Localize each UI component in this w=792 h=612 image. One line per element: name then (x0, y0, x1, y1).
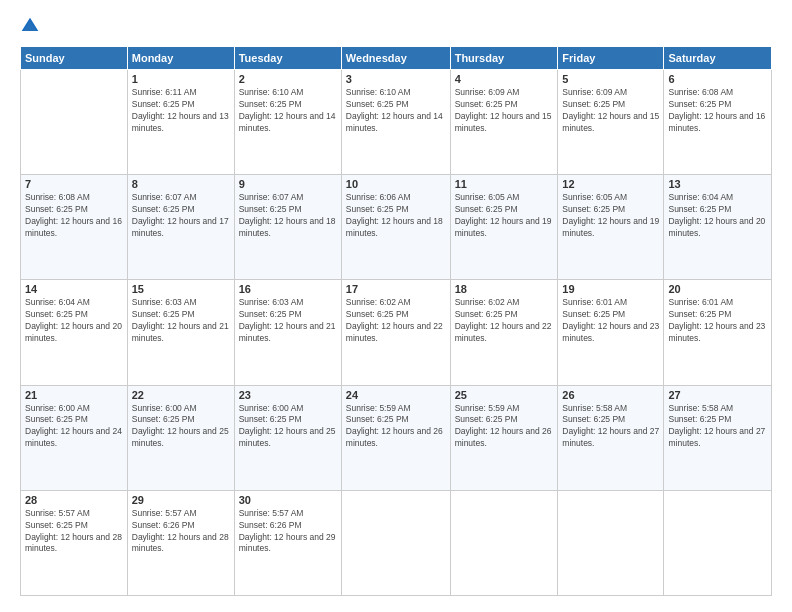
day-number: 3 (346, 73, 446, 85)
calendar-cell: 12Sunrise: 6:05 AM Sunset: 6:25 PM Dayli… (558, 175, 664, 280)
cell-content: Sunrise: 6:07 AM Sunset: 6:25 PM Dayligh… (239, 192, 337, 240)
day-number: 18 (455, 283, 554, 295)
calendar-cell: 9Sunrise: 6:07 AM Sunset: 6:25 PM Daylig… (234, 175, 341, 280)
weekday-tuesday: Tuesday (234, 47, 341, 70)
calendar-cell: 22Sunrise: 6:00 AM Sunset: 6:25 PM Dayli… (127, 385, 234, 490)
calendar-cell: 30Sunrise: 5:57 AM Sunset: 6:26 PM Dayli… (234, 490, 341, 595)
calendar-cell: 11Sunrise: 6:05 AM Sunset: 6:25 PM Dayli… (450, 175, 558, 280)
calendar-cell: 6Sunrise: 6:08 AM Sunset: 6:25 PM Daylig… (664, 70, 772, 175)
cell-content: Sunrise: 5:59 AM Sunset: 6:25 PM Dayligh… (455, 403, 554, 451)
day-number: 17 (346, 283, 446, 295)
calendar-cell: 5Sunrise: 6:09 AM Sunset: 6:25 PM Daylig… (558, 70, 664, 175)
cell-content: Sunrise: 5:57 AM Sunset: 6:25 PM Dayligh… (25, 508, 123, 556)
calendar-cell: 8Sunrise: 6:07 AM Sunset: 6:25 PM Daylig… (127, 175, 234, 280)
day-number: 29 (132, 494, 230, 506)
day-number: 7 (25, 178, 123, 190)
day-number: 11 (455, 178, 554, 190)
cell-content: Sunrise: 6:06 AM Sunset: 6:25 PM Dayligh… (346, 192, 446, 240)
calendar-cell: 13Sunrise: 6:04 AM Sunset: 6:25 PM Dayli… (664, 175, 772, 280)
calendar-cell: 15Sunrise: 6:03 AM Sunset: 6:25 PM Dayli… (127, 280, 234, 385)
calendar-cell: 18Sunrise: 6:02 AM Sunset: 6:25 PM Dayli… (450, 280, 558, 385)
calendar-cell (341, 490, 450, 595)
day-number: 26 (562, 389, 659, 401)
cell-content: Sunrise: 6:03 AM Sunset: 6:25 PM Dayligh… (132, 297, 230, 345)
calendar-cell: 3Sunrise: 6:10 AM Sunset: 6:25 PM Daylig… (341, 70, 450, 175)
calendar-cell: 25Sunrise: 5:59 AM Sunset: 6:25 PM Dayli… (450, 385, 558, 490)
day-number: 2 (239, 73, 337, 85)
logo (20, 16, 44, 36)
cell-content: Sunrise: 6:02 AM Sunset: 6:25 PM Dayligh… (346, 297, 446, 345)
header (20, 16, 772, 36)
cell-content: Sunrise: 6:00 AM Sunset: 6:25 PM Dayligh… (132, 403, 230, 451)
day-number: 15 (132, 283, 230, 295)
week-row-2: 14Sunrise: 6:04 AM Sunset: 6:25 PM Dayli… (21, 280, 772, 385)
day-number: 14 (25, 283, 123, 295)
weekday-saturday: Saturday (664, 47, 772, 70)
calendar-cell: 16Sunrise: 6:03 AM Sunset: 6:25 PM Dayli… (234, 280, 341, 385)
cell-content: Sunrise: 6:00 AM Sunset: 6:25 PM Dayligh… (25, 403, 123, 451)
calendar-cell: 29Sunrise: 5:57 AM Sunset: 6:26 PM Dayli… (127, 490, 234, 595)
day-number: 12 (562, 178, 659, 190)
day-number: 30 (239, 494, 337, 506)
day-number: 22 (132, 389, 230, 401)
page: SundayMondayTuesdayWednesdayThursdayFrid… (0, 0, 792, 612)
day-number: 23 (239, 389, 337, 401)
calendar-table: SundayMondayTuesdayWednesdayThursdayFrid… (20, 46, 772, 596)
calendar-cell: 4Sunrise: 6:09 AM Sunset: 6:25 PM Daylig… (450, 70, 558, 175)
week-row-1: 7Sunrise: 6:08 AM Sunset: 6:25 PM Daylig… (21, 175, 772, 280)
day-number: 16 (239, 283, 337, 295)
week-row-3: 21Sunrise: 6:00 AM Sunset: 6:25 PM Dayli… (21, 385, 772, 490)
cell-content: Sunrise: 6:11 AM Sunset: 6:25 PM Dayligh… (132, 87, 230, 135)
calendar-cell: 1Sunrise: 6:11 AM Sunset: 6:25 PM Daylig… (127, 70, 234, 175)
cell-content: Sunrise: 6:01 AM Sunset: 6:25 PM Dayligh… (668, 297, 767, 345)
logo-icon (20, 16, 40, 36)
weekday-friday: Friday (558, 47, 664, 70)
cell-content: Sunrise: 5:59 AM Sunset: 6:25 PM Dayligh… (346, 403, 446, 451)
cell-content: Sunrise: 5:58 AM Sunset: 6:25 PM Dayligh… (562, 403, 659, 451)
week-row-0: 1Sunrise: 6:11 AM Sunset: 6:25 PM Daylig… (21, 70, 772, 175)
calendar-cell: 20Sunrise: 6:01 AM Sunset: 6:25 PM Dayli… (664, 280, 772, 385)
calendar-cell: 21Sunrise: 6:00 AM Sunset: 6:25 PM Dayli… (21, 385, 128, 490)
day-number: 19 (562, 283, 659, 295)
cell-content: Sunrise: 6:09 AM Sunset: 6:25 PM Dayligh… (455, 87, 554, 135)
day-number: 25 (455, 389, 554, 401)
cell-content: Sunrise: 6:00 AM Sunset: 6:25 PM Dayligh… (239, 403, 337, 451)
calendar-cell: 26Sunrise: 5:58 AM Sunset: 6:25 PM Dayli… (558, 385, 664, 490)
calendar-cell (664, 490, 772, 595)
calendar-cell: 28Sunrise: 5:57 AM Sunset: 6:25 PM Dayli… (21, 490, 128, 595)
day-number: 4 (455, 73, 554, 85)
calendar-cell: 27Sunrise: 5:58 AM Sunset: 6:25 PM Dayli… (664, 385, 772, 490)
day-number: 6 (668, 73, 767, 85)
day-number: 27 (668, 389, 767, 401)
cell-content: Sunrise: 6:05 AM Sunset: 6:25 PM Dayligh… (562, 192, 659, 240)
day-number: 10 (346, 178, 446, 190)
day-number: 13 (668, 178, 767, 190)
weekday-wednesday: Wednesday (341, 47, 450, 70)
weekday-header-row: SundayMondayTuesdayWednesdayThursdayFrid… (21, 47, 772, 70)
calendar-cell: 19Sunrise: 6:01 AM Sunset: 6:25 PM Dayli… (558, 280, 664, 385)
calendar-cell (558, 490, 664, 595)
day-number: 9 (239, 178, 337, 190)
cell-content: Sunrise: 5:58 AM Sunset: 6:25 PM Dayligh… (668, 403, 767, 451)
cell-content: Sunrise: 6:04 AM Sunset: 6:25 PM Dayligh… (668, 192, 767, 240)
cell-content: Sunrise: 6:10 AM Sunset: 6:25 PM Dayligh… (346, 87, 446, 135)
day-number: 20 (668, 283, 767, 295)
cell-content: Sunrise: 6:02 AM Sunset: 6:25 PM Dayligh… (455, 297, 554, 345)
cell-content: Sunrise: 6:08 AM Sunset: 6:25 PM Dayligh… (25, 192, 123, 240)
calendar-cell: 10Sunrise: 6:06 AM Sunset: 6:25 PM Dayli… (341, 175, 450, 280)
cell-content: Sunrise: 5:57 AM Sunset: 6:26 PM Dayligh… (239, 508, 337, 556)
cell-content: Sunrise: 6:04 AM Sunset: 6:25 PM Dayligh… (25, 297, 123, 345)
cell-content: Sunrise: 6:09 AM Sunset: 6:25 PM Dayligh… (562, 87, 659, 135)
calendar-cell: 14Sunrise: 6:04 AM Sunset: 6:25 PM Dayli… (21, 280, 128, 385)
day-number: 5 (562, 73, 659, 85)
calendar-cell (450, 490, 558, 595)
calendar-cell: 24Sunrise: 5:59 AM Sunset: 6:25 PM Dayli… (341, 385, 450, 490)
cell-content: Sunrise: 6:03 AM Sunset: 6:25 PM Dayligh… (239, 297, 337, 345)
day-number: 1 (132, 73, 230, 85)
weekday-monday: Monday (127, 47, 234, 70)
cell-content: Sunrise: 6:05 AM Sunset: 6:25 PM Dayligh… (455, 192, 554, 240)
cell-content: Sunrise: 6:10 AM Sunset: 6:25 PM Dayligh… (239, 87, 337, 135)
calendar-cell: 23Sunrise: 6:00 AM Sunset: 6:25 PM Dayli… (234, 385, 341, 490)
calendar-cell (21, 70, 128, 175)
calendar-cell: 17Sunrise: 6:02 AM Sunset: 6:25 PM Dayli… (341, 280, 450, 385)
